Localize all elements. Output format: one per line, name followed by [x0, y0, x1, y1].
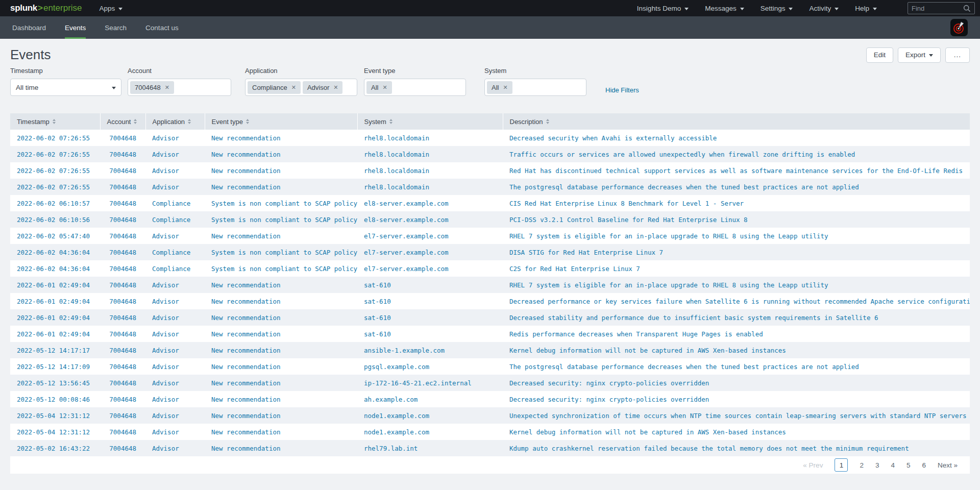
cell-account[interactable]: 7004648: [100, 260, 145, 277]
cell-account[interactable]: 7004648: [100, 162, 145, 179]
application-input[interactable]: Compliance✕Advisor✕: [245, 79, 357, 96]
cell-system[interactable]: ip-172-16-45-21.ec2.internal: [357, 375, 503, 391]
cell-application[interactable]: Advisor: [145, 358, 205, 375]
page-button-6[interactable]: 6: [922, 461, 926, 469]
cell-account[interactable]: 7004648: [100, 130, 145, 146]
tab-search[interactable]: Search: [105, 16, 127, 39]
cell-system[interactable]: el7-server.example.com: [357, 228, 503, 244]
remove-tag-icon[interactable]: ✕: [382, 84, 387, 91]
cell-system[interactable]: node1.example.com: [357, 424, 503, 440]
cell-description[interactable]: Kernel debug information will not be cap…: [503, 424, 970, 440]
cell-description[interactable]: Kdump auto crashkernel reservation faile…: [503, 440, 970, 456]
cell-timestamp[interactable]: 2022-06-01 02:49:04: [10, 277, 100, 293]
cell-description[interactable]: CIS Red Hat Enterprise Linux 8 Benchmark…: [503, 195, 970, 211]
cell-application[interactable]: Advisor: [145, 130, 205, 146]
cell-timestamp[interactable]: 2022-06-02 05:47:40: [10, 228, 100, 244]
cell-system[interactable]: ansible-1.example.com: [357, 342, 503, 358]
cell-account[interactable]: 7004648: [100, 391, 145, 407]
cell-system[interactable]: el7-server.example.com: [357, 260, 503, 277]
timestamp-select[interactable]: All time: [10, 79, 121, 96]
cell-application[interactable]: Compliance: [145, 244, 205, 260]
cell-account[interactable]: 7004648: [100, 293, 145, 309]
account-input[interactable]: 7004648✕: [128, 79, 231, 96]
cell-application[interactable]: Advisor: [145, 179, 205, 195]
cell-description[interactable]: Decreased security: nginx crypto-policie…: [503, 375, 970, 391]
cell-account[interactable]: 7004648: [100, 440, 145, 456]
cell-system[interactable]: rhel8.localdomain: [357, 146, 503, 162]
cell-event-type[interactable]: New recommendation: [205, 293, 357, 309]
cell-description[interactable]: Decreased stability and performance due …: [503, 309, 970, 326]
cell-description[interactable]: DISA STIG for Red Hat Enterprise Linux 7: [503, 244, 970, 260]
cell-timestamp[interactable]: 2022-06-02 07:26:55: [10, 130, 100, 146]
page-button-1[interactable]: 1: [835, 458, 848, 472]
cell-timestamp[interactable]: 2022-06-01 02:49:04: [10, 293, 100, 309]
cell-timestamp[interactable]: 2022-05-02 16:43:22: [10, 440, 100, 456]
cell-account[interactable]: 7004648: [100, 358, 145, 375]
cell-system[interactable]: rhel8.localdomain: [357, 162, 503, 179]
cell-system[interactable]: rhel8.localdomain: [357, 130, 503, 146]
cell-event-type[interactable]: New recommendation: [205, 146, 357, 162]
cell-account[interactable]: 7004648: [100, 179, 145, 195]
cell-timestamp[interactable]: 2022-05-12 13:56:45: [10, 375, 100, 391]
cell-description[interactable]: C2S for Red Hat Enterprise Linux 7: [503, 260, 970, 277]
cell-account[interactable]: 7004648: [100, 375, 145, 391]
cell-system[interactable]: sat-610: [357, 326, 503, 342]
cell-event-type[interactable]: New recommendation: [205, 326, 357, 342]
filter-tag-all[interactable]: All✕: [487, 81, 512, 94]
cell-system[interactable]: node1.example.com: [357, 407, 503, 424]
cell-application[interactable]: Advisor: [145, 228, 205, 244]
cell-event-type[interactable]: New recommendation: [205, 162, 357, 179]
cell-event-type[interactable]: System is non compliant to SCAP policy: [205, 260, 357, 277]
cell-description[interactable]: The postgresql database performance decr…: [503, 358, 970, 375]
remove-tag-icon[interactable]: ✕: [503, 84, 507, 91]
cell-application[interactable]: Advisor: [145, 375, 205, 391]
cell-system[interactable]: sat-610: [357, 277, 503, 293]
cell-system[interactable]: pgsql.example.com: [357, 358, 503, 375]
cell-event-type[interactable]: New recommendation: [205, 407, 357, 424]
cell-description[interactable]: Traffic occurs or services are allowed u…: [503, 146, 970, 162]
edit-button[interactable]: Edit: [866, 47, 893, 63]
cell-event-type[interactable]: System is non compliant to SCAP policy: [205, 211, 357, 228]
insights-app-avatar[interactable]: [950, 19, 968, 36]
remove-tag-icon[interactable]: ✕: [165, 84, 169, 91]
more-options-button[interactable]: ...: [945, 47, 970, 63]
menu-settings[interactable]: Settings: [761, 5, 793, 12]
cell-system[interactable]: el8-server.example.com: [357, 211, 503, 228]
cell-application[interactable]: Advisor: [145, 293, 205, 309]
cell-event-type[interactable]: System is non compliant to SCAP policy: [205, 244, 357, 260]
cell-description[interactable]: Unexpected synchronization of time occur…: [503, 407, 970, 424]
cell-description[interactable]: RHEL 7 system is eligible for an in-plac…: [503, 228, 970, 244]
cell-event-type[interactable]: New recommendation: [205, 228, 357, 244]
page-button-5[interactable]: 5: [906, 461, 911, 469]
cell-timestamp[interactable]: 2022-06-01 02:49:04: [10, 326, 100, 342]
cell-event-type[interactable]: New recommendation: [205, 391, 357, 407]
cell-description[interactable]: PCI-DSS v3.2.1 Control Baseline for Red …: [503, 211, 970, 228]
cell-event-type[interactable]: New recommendation: [205, 358, 357, 375]
page-button-4[interactable]: 4: [891, 461, 895, 469]
cell-system[interactable]: sat-610: [357, 293, 503, 309]
column-header-system[interactable]: System: [357, 113, 503, 130]
cell-application[interactable]: Advisor: [145, 326, 205, 342]
cell-event-type[interactable]: System is non compliant to SCAP policy: [205, 195, 357, 211]
cell-description[interactable]: Decreased security: nginx crypto-policie…: [503, 391, 970, 407]
cell-system[interactable]: rhel8.localdomain: [357, 179, 503, 195]
tab-contact-us[interactable]: Contact us: [145, 16, 179, 39]
filter-tag-7004648[interactable]: 7004648✕: [130, 81, 174, 94]
export-button[interactable]: Export: [898, 47, 941, 63]
menu-activity[interactable]: Activity: [809, 5, 839, 12]
cell-account[interactable]: 7004648: [100, 342, 145, 358]
cell-application[interactable]: Compliance: [145, 211, 205, 228]
system-input[interactable]: All✕: [484, 79, 586, 96]
cell-description[interactable]: Redis performance decreases when Transpa…: [503, 326, 970, 342]
cell-application[interactable]: Advisor: [145, 342, 205, 358]
cell-timestamp[interactable]: 2022-05-04 12:31:12: [10, 424, 100, 440]
cell-event-type[interactable]: New recommendation: [205, 342, 357, 358]
cell-system[interactable]: el8-server.example.com: [357, 195, 503, 211]
cell-application[interactable]: Advisor: [145, 146, 205, 162]
cell-event-type[interactable]: New recommendation: [205, 424, 357, 440]
cell-description[interactable]: RHEL 7 system is eligible for an in-plac…: [503, 277, 970, 293]
cell-timestamp[interactable]: 2022-06-02 07:26:55: [10, 179, 100, 195]
cell-account[interactable]: 7004648: [100, 211, 145, 228]
column-header-account[interactable]: Account: [100, 113, 145, 130]
prev-page-button[interactable]: « Prev: [803, 461, 823, 469]
